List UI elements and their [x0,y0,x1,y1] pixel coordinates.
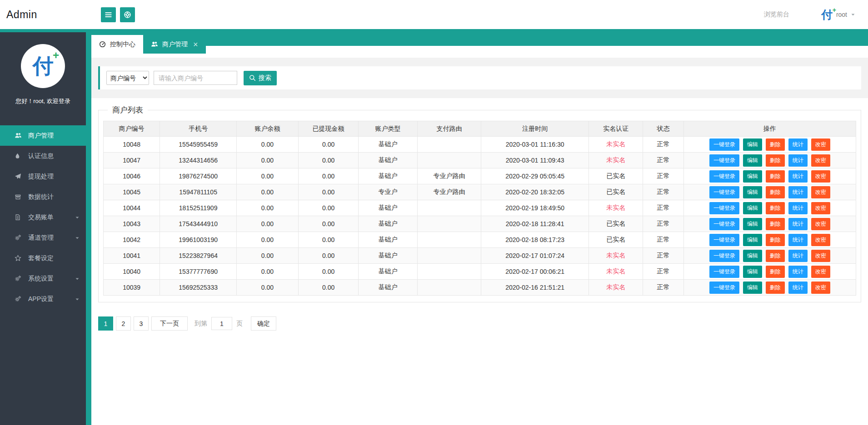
cell-realname: 未实名 [589,200,643,216]
stats-button[interactable]: 统计 [788,170,808,183]
cell-status: 正常 [643,264,683,280]
stats-button[interactable]: 统计 [788,186,808,198]
edit-button[interactable]: 编辑 [743,250,762,262]
change-password-button[interactable]: 改密 [811,282,830,294]
delete-button[interactable]: 删除 [766,202,785,214]
cell-actions: 一键登录 编辑 删除 统计 改密 [683,184,856,200]
clear-cache-button[interactable] [120,7,135,22]
delete-button[interactable]: 删除 [766,218,785,230]
delete-button[interactable]: 删除 [766,250,785,262]
delete-button[interactable]: 删除 [766,138,785,151]
sidebar-item-withdrawals[interactable]: 提现处理 [0,166,86,187]
browse-front-link[interactable]: 浏览前台 [764,10,789,19]
edit-button[interactable]: 编辑 [743,202,762,214]
search-section: 商户编号 搜索 [91,58,868,98]
sidebar-item-system-settings[interactable]: 系统设置 [0,268,86,289]
change-password-button[interactable]: 改密 [811,202,830,214]
sidebar-item-merchants[interactable]: 商户管理 [0,125,86,146]
stats-button[interactable]: 统计 [788,202,808,214]
one-key-login-button[interactable]: 一键登录 [709,250,739,262]
change-password-button[interactable]: 改密 [811,170,830,183]
sidebar-item-data-stats[interactable]: 数据统计 [0,187,86,207]
goto-suffix-label: 页 [236,320,243,328]
cell-merchant-id: 10040 [104,264,160,280]
search-type-select[interactable]: 商户编号 [106,71,149,85]
table-row: 10040 15377777690 0.00 0.00 基础户 2020-02-… [104,264,856,280]
one-key-login-button[interactable]: 一键登录 [709,154,739,167]
cell-route [417,200,481,216]
delete-button[interactable]: 删除 [766,266,785,278]
one-key-login-button[interactable]: 一键登录 [709,266,739,278]
cell-realname: 已实名 [589,216,643,232]
cell-phone: 15545955459 [160,137,237,153]
logo-plus-mark: + [53,50,59,61]
stats-button[interactable]: 统计 [788,250,808,262]
search-input[interactable] [154,71,237,85]
edit-button[interactable]: 编辑 [743,170,762,183]
cell-withdrawn: 0.00 [298,200,358,216]
one-key-login-button[interactable]: 一键登录 [709,218,739,230]
edit-button[interactable]: 编辑 [743,234,762,246]
change-password-button[interactable]: 改密 [811,218,830,230]
cell-realname: 未实名 [589,280,643,296]
app-logo: 付 + [21,44,65,88]
stats-button[interactable]: 统计 [788,234,808,246]
cell-realname: 未实名 [589,248,643,264]
page-button[interactable]: 3 [134,316,149,331]
edit-button[interactable]: 编辑 [743,282,762,294]
one-key-login-button[interactable]: 一键登录 [709,186,739,198]
gears-icon [15,234,22,241]
stats-button[interactable]: 统计 [788,138,808,151]
cell-merchant-id: 10044 [104,200,160,216]
one-key-login-button[interactable]: 一键登录 [709,234,739,246]
cell-withdrawn: 0.00 [298,248,358,264]
one-key-login-button[interactable]: 一键登录 [709,282,739,294]
one-key-login-button[interactable]: 一键登录 [709,138,739,151]
dashboard-icon [99,41,106,48]
sidebar-item-app-settings[interactable]: APP设置 [0,289,86,309]
tab-merchants[interactable]: 商户管理 × [143,35,206,54]
page-button[interactable]: 2 [116,316,131,331]
one-key-login-button[interactable]: 一键登录 [709,202,739,214]
delete-button[interactable]: 删除 [766,170,785,183]
cell-route: 专业户路由 [417,184,481,200]
column-header: 账户余额 [237,121,299,137]
stats-button[interactable]: 统计 [788,154,808,167]
one-key-login-button[interactable]: 一键登录 [709,170,739,183]
tab-dashboard[interactable]: 控制中心 [91,35,143,54]
stats-button[interactable]: 统计 [788,282,808,294]
page-button[interactable]: 1 [98,316,113,331]
sidebar-item-trade-bills[interactable]: 交易账单 [0,207,86,227]
delete-button[interactable]: 删除 [766,154,785,167]
chevron-down-icon [75,215,80,220]
cell-reg-time: 2020-03-01 11:16:30 [481,137,589,153]
edit-button[interactable]: 编辑 [743,138,762,151]
sidebar-item-packages[interactable]: 套餐设定 [0,248,86,268]
goto-page-input[interactable] [211,317,232,330]
change-password-button[interactable]: 改密 [811,138,830,151]
stats-button[interactable]: 统计 [788,218,808,230]
edit-button[interactable]: 编辑 [743,266,762,278]
change-password-button[interactable]: 改密 [811,234,830,246]
close-icon[interactable]: × [193,40,198,49]
edit-button[interactable]: 编辑 [743,186,762,198]
user-menu[interactable]: 付+ root [821,9,855,20]
edit-button[interactable]: 编辑 [743,218,762,230]
edit-button[interactable]: 编辑 [743,154,762,167]
delete-button[interactable]: 删除 [766,282,785,294]
sidebar-toggle-button[interactable] [101,7,116,22]
change-password-button[interactable]: 改密 [811,266,830,278]
cell-status: 正常 [643,216,683,232]
change-password-button[interactable]: 改密 [811,154,830,167]
cell-phone: 19961003190 [160,232,237,248]
stats-button[interactable]: 统计 [788,266,808,278]
change-password-button[interactable]: 改密 [811,186,830,198]
next-page-button[interactable]: 下一页 [151,316,188,331]
delete-button[interactable]: 删除 [766,234,785,246]
confirm-button[interactable]: 确定 [251,316,276,331]
delete-button[interactable]: 删除 [766,186,785,198]
sidebar-item-channels[interactable]: 通道管理 [0,227,86,248]
sidebar-item-auth-info[interactable]: 认证信息 [0,146,86,166]
search-button[interactable]: 搜索 [244,71,277,85]
change-password-button[interactable]: 改密 [811,250,830,262]
